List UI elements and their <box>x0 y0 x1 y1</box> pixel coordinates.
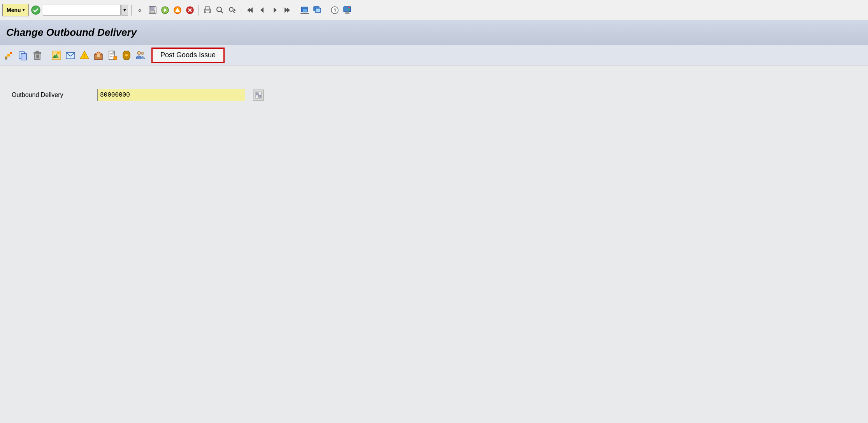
outbound-delivery-input[interactable] <box>97 89 245 101</box>
check-icon[interactable] <box>30 5 41 16</box>
svg-rect-30 <box>315 8 321 12</box>
svg-rect-34 <box>346 12 349 13</box>
svg-line-16 <box>221 11 223 13</box>
second-toolbar: ! <box>0 45 868 65</box>
session-icon[interactable] <box>312 5 323 16</box>
svg-point-67 <box>125 54 128 57</box>
document-icon[interactable] <box>106 49 119 62</box>
svg-rect-3 <box>151 11 155 13</box>
svg-marker-58 <box>95 52 102 54</box>
command-field: ▾ <box>43 5 128 16</box>
svg-point-14 <box>217 7 221 12</box>
monitor-icon[interactable] <box>342 5 353 16</box>
svg-rect-59 <box>97 54 100 57</box>
edit-pencil-icon[interactable] <box>3 49 16 62</box>
help-icon[interactable]: ? <box>329 5 340 16</box>
menu-button[interactable]: Menu <box>2 4 29 16</box>
find-next-icon[interactable] <box>227 5 238 16</box>
svg-rect-39 <box>7 54 10 56</box>
page-title: Change Outbound Delivery <box>6 26 137 39</box>
toolbar-separator-1 <box>131 5 132 16</box>
back-icon[interactable]: « <box>135 5 146 16</box>
second-toolbar-sep1 <box>47 50 47 61</box>
delete-icon[interactable] <box>31 49 44 62</box>
svg-rect-13 <box>206 11 209 13</box>
next-page-icon[interactable] <box>269 5 280 16</box>
command-input[interactable] <box>43 5 121 16</box>
find-icon[interactable] <box>214 5 225 16</box>
svg-rect-41 <box>5 58 7 60</box>
alert-icon[interactable]: ! <box>78 49 91 62</box>
svg-rect-72 <box>258 95 261 97</box>
svg-marker-23 <box>274 7 277 13</box>
svg-point-36 <box>348 7 350 8</box>
svg-rect-65 <box>114 56 117 60</box>
toolbar-separator-5 <box>326 5 326 16</box>
toolbar-separator-4 <box>296 5 296 16</box>
top-toolbar: Menu ▾ « <box>0 0 868 20</box>
svg-marker-25 <box>287 7 290 13</box>
svg-rect-71 <box>256 93 258 95</box>
svg-rect-40 <box>10 52 12 54</box>
svg-rect-46 <box>36 51 39 53</box>
svg-point-69 <box>141 52 144 55</box>
back-nav-icon[interactable] <box>172 5 183 16</box>
svg-rect-12 <box>206 7 209 10</box>
post-goods-issue-button[interactable]: Post Goods Issue <box>151 48 225 63</box>
landscape-icon[interactable] <box>50 49 63 62</box>
green-forward-icon[interactable] <box>160 5 170 16</box>
cancel-icon[interactable] <box>184 5 195 16</box>
package-icon[interactable] <box>92 49 105 62</box>
svg-rect-27 <box>302 9 307 12</box>
command-dropdown[interactable]: ▾ <box>121 5 128 16</box>
mail-icon[interactable] <box>64 49 77 62</box>
outbound-delivery-label: Outbound Delivery <box>12 92 90 99</box>
save-icon[interactable] <box>147 5 158 16</box>
svg-point-17 <box>229 7 233 11</box>
svg-marker-22 <box>260 7 264 13</box>
toolbar-separator-3 <box>241 5 241 16</box>
people-icon[interactable] <box>134 49 147 62</box>
svg-point-0 <box>32 6 40 14</box>
browse-button[interactable] <box>253 90 264 100</box>
svg-rect-43 <box>21 53 26 60</box>
svg-point-37 <box>348 9 350 11</box>
page-title-bar: Change Outbound Delivery <box>0 20 868 45</box>
prev-page-icon[interactable] <box>257 5 268 16</box>
svg-point-53 <box>57 52 60 54</box>
print-icon[interactable] <box>202 5 213 16</box>
svg-marker-19 <box>234 9 236 11</box>
svg-text:!: ! <box>83 53 85 59</box>
svg-text:?: ? <box>334 7 337 13</box>
outbound-delivery-row: Outbound Delivery <box>12 89 856 101</box>
toolbar-separator-2 <box>199 5 199 16</box>
new-session-icon[interactable] <box>299 5 310 16</box>
last-page-icon[interactable] <box>282 5 293 16</box>
wrench-icon[interactable] <box>120 49 133 62</box>
svg-marker-61 <box>113 51 114 53</box>
copy-doc-icon[interactable] <box>17 49 30 62</box>
svg-point-68 <box>137 51 141 55</box>
main-content: Outbound Delivery <box>0 65 868 117</box>
svg-rect-2 <box>150 7 154 9</box>
first-page-icon[interactable] <box>244 5 255 16</box>
